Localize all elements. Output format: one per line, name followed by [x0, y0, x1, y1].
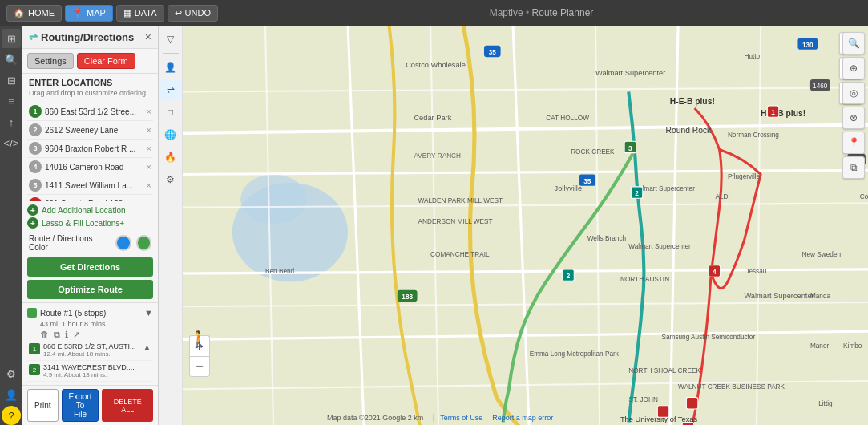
route-share-icon[interactable]: ↗ — [73, 330, 80, 340]
close-button[interactable]: × — [145, 30, 151, 43]
remove-location-icon[interactable]: × — [147, 180, 151, 190]
undo-icon: ↩ — [175, 8, 182, 18]
tool-route[interactable]: ⇌ — [160, 79, 181, 100]
optimize-route-button[interactable]: Optimize Route — [27, 280, 153, 299]
delete-all-button[interactable]: DELETE ALL — [102, 389, 153, 422]
data-button[interactable]: ▦ DATA — [116, 5, 164, 22]
route-icons: 🗑 ⧉ ℹ ↗ — [27, 328, 153, 340]
location-button[interactable]: ◎ — [842, 82, 865, 104]
location-text: 2612 Sweeney Lane — [45, 126, 143, 135]
stop-text: 860 E 53RD 1/2 ST, AUSTI... — [43, 342, 136, 350]
user-icon-bottom[interactable]: 👤 — [2, 385, 21, 404]
pegman-icon[interactable]: 🚶 — [189, 330, 209, 349]
export-button[interactable]: Export To File — [62, 389, 99, 422]
search-map-button[interactable]: 🔍 — [842, 32, 865, 55]
svg-rect-0 — [183, 26, 868, 425]
location-list: 1 860 East 53rd 1/2 Stree... × 2 2612 Sw… — [22, 103, 158, 201]
svg-text:1460: 1460 — [813, 83, 828, 90]
topbar: 🏠 HOME 📍 MAP ▦ DATA ↩ UNDO Maptive • Rou… — [0, 0, 868, 26]
settings-bottom-icon[interactable]: ⚙ — [2, 364, 21, 383]
svg-rect-74 — [563, 269, 574, 281]
svg-text:Dessau: Dessau — [744, 268, 766, 275]
home-button[interactable]: 🏠 HOME — [6, 5, 62, 22]
route-trash-icon[interactable]: 🗑 — [40, 330, 49, 340]
clear-button[interactable]: Clear Form — [77, 53, 135, 69]
stop-item: 2 3141 WAVECREST BLVD,... 4.9 mi. About … — [27, 361, 153, 382]
tool-user[interactable]: 👤 — [160, 57, 181, 78]
route-info-icon[interactable]: ℹ — [65, 330, 68, 340]
remove-location-icon[interactable]: × — [147, 107, 151, 116]
route-expand-icon[interactable]: ▼ — [144, 308, 153, 318]
svg-text:CAT HOLLOW: CAT HOLLOW — [546, 115, 589, 122]
svg-text:Walmart Supercenter: Walmart Supercenter — [595, 69, 665, 77]
remove-location-icon[interactable]: × — [147, 125, 151, 135]
route-icon-left[interactable]: ≡ — [2, 91, 21, 111]
svg-text:Costco Wholesale: Costco Wholesale — [406, 61, 466, 69]
lasso-fill-button[interactable]: + Lasso & Fill Locations+ — [27, 217, 153, 229]
lasso-icon: + — [27, 217, 38, 229]
color-swatch-green[interactable] — [136, 235, 151, 251]
list-item: 2 2612 Sweeney Lane × — [27, 121, 153, 140]
svg-line-3 — [183, 125, 868, 133]
svg-rect-20 — [579, 174, 595, 185]
upload-icon[interactable]: ↑ — [2, 112, 21, 132]
add-location-button[interactable]: + Add Additional Location — [27, 204, 153, 216]
left-icon-bar: ⊞ 🔍 ⊟ ≡ ↑ </> ⚙ 👤 ? — [0, 26, 22, 425]
svg-text:ANDERSON MILL WEST: ANDERSON MILL WEST — [418, 218, 493, 225]
add-location-label: Add Additional Location — [42, 206, 126, 215]
search-icon[interactable]: 🔍 — [2, 50, 21, 69]
report-link[interactable]: Report a map error — [492, 414, 553, 422]
route-copy-icon[interactable]: ⧉ — [54, 330, 60, 340]
data-label: DATA — [135, 8, 157, 18]
route-label: Route #1 (5 stops) — [27, 308, 106, 318]
zoom-map-button[interactable]: ⊕ — [842, 57, 865, 79]
code-icon[interactable]: </> — [2, 133, 21, 152]
route-label-text: Route #1 (5 stops) — [40, 309, 106, 318]
stop-distance: 12.4 mi. About 18 mins. — [43, 350, 136, 358]
tool-globe[interactable]: 🌐 — [160, 124, 181, 145]
get-directions-button[interactable]: Get Directions — [27, 257, 153, 277]
screenshot-button[interactable]: ⧉ — [842, 156, 865, 179]
settings-button[interactable]: Settings — [27, 53, 74, 69]
svg-line-5 — [348, 26, 365, 425]
svg-text:Jollyville: Jollyville — [555, 184, 583, 192]
measure-button[interactable]: ⊗ — [842, 107, 865, 129]
svg-text:35: 35 — [583, 178, 591, 185]
location-number: 1 — [29, 105, 42, 118]
action-buttons: Get Directions Optimize Route — [22, 254, 158, 302]
svg-text:H-E-B plus!: H-E-B plus! — [761, 109, 805, 118]
stop-distance: 4.9 mi. About 13 mins. — [43, 371, 135, 378]
lasso-label: Lasso & Fill Locations+ — [42, 219, 124, 228]
terms-link[interactable]: Terms of Use — [433, 414, 482, 422]
main-content: ⊞ 🔍 ⊟ ≡ ↑ </> ⚙ 👤 ? ⇌ Routing/Directions… — [0, 26, 868, 425]
filter-icon[interactable]: ⊟ — [2, 71, 21, 90]
panel-title-text: Routing/Directions — [41, 31, 134, 43]
svg-rect-26 — [810, 79, 830, 91]
layers-icon[interactable]: ⊞ — [2, 29, 21, 48]
remove-location-icon[interactable]: × — [147, 162, 151, 172]
color-swatch-blue[interactable] — [115, 235, 131, 251]
tool-settings[interactable]: ⚙ — [160, 169, 181, 190]
map-button[interactable]: 📍 MAP — [65, 5, 113, 22]
tool-heat[interactable]: 🔥 — [160, 147, 181, 168]
home-icon: 🏠 — [14, 8, 25, 18]
pin-button[interactable]: 📍 — [842, 132, 865, 154]
stop-expand-icon[interactable]: ▲ — [143, 342, 151, 352]
color-label: Route / Directions Color — [29, 234, 111, 252]
print-button[interactable]: Print — [27, 389, 59, 422]
tool-filter[interactable]: ▽ — [160, 29, 181, 50]
svg-text:ALDI: ALDI — [715, 193, 729, 200]
list-item: 1 860 East 53rd 1/2 Stree... × — [27, 103, 153, 121]
map-icon: 📍 — [72, 8, 83, 18]
help-icon[interactable]: ? — [2, 406, 21, 425]
remove-location-icon[interactable]: × — [147, 144, 151, 153]
divider — [163, 53, 179, 54]
data-icon: ▦ — [123, 8, 131, 18]
map-area[interactable]: 35 35 183 130 1460 977 Costco Wholesale … — [183, 26, 868, 425]
svg-text:Kimbo: Kimbo — [843, 342, 862, 350]
tool-shape[interactable]: □ — [160, 102, 181, 123]
svg-point-1 — [232, 183, 348, 282]
undo-button[interactable]: ↩ UNDO — [168, 5, 218, 22]
zoom-out-button[interactable]: − — [189, 356, 210, 377]
svg-text:Emma Long Metropolitan Park: Emma Long Metropolitan Park — [530, 350, 620, 358]
